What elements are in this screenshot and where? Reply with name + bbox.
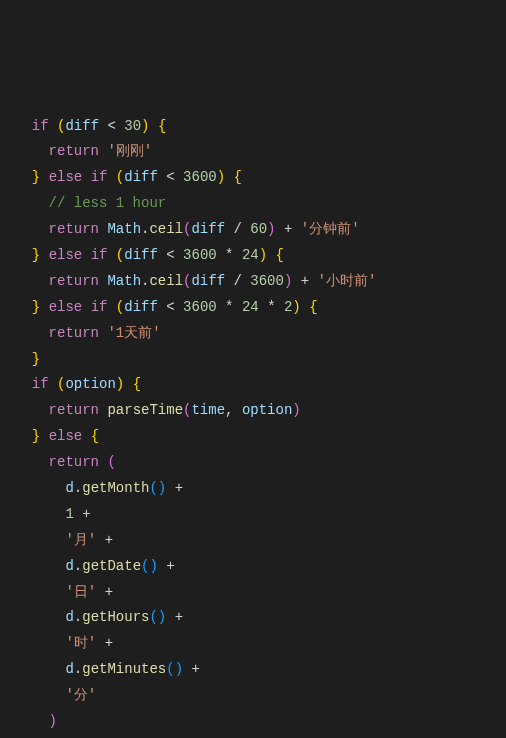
code-line: d.getMonth() + (15, 480, 183, 496)
code-line: '分' (15, 687, 96, 703)
code-line: '日' + (15, 584, 113, 600)
code-line: return '刚刚' (15, 143, 152, 159)
code-line: } (15, 351, 40, 367)
code-line: if (option) { (15, 376, 141, 392)
code-line: d.getHours() + (15, 609, 183, 625)
code-line: } else if (diff < 3600 * 24) { (15, 247, 284, 263)
code-line: } else { (15, 428, 99, 444)
code-line: '时' + (15, 635, 113, 651)
code-line: d.getMinutes() + (15, 661, 200, 677)
code-line: d.getDate() + (15, 558, 175, 574)
code-line: return Math.ceil(diff / 60) + '分钟前' (15, 221, 360, 237)
code-line: return Math.ceil(diff / 3600) + '小时前' (15, 273, 376, 289)
code-line: } else if (diff < 3600 * 24 * 2) { (15, 299, 318, 315)
code-line: // less 1 hour (15, 195, 166, 211)
code-block: if (diff < 30) { return '刚刚' } else if (… (15, 114, 491, 738)
code-line: return parseTime(time, option) (15, 402, 301, 418)
code-line: return '1天前' (15, 325, 161, 341)
code-line: if (diff < 30) { (15, 118, 166, 134)
code-line: return ( (15, 454, 116, 470)
code-line: ) (15, 713, 57, 729)
code-line: 1 + (15, 506, 91, 522)
code-line: '月' + (15, 532, 113, 548)
code-line: } else if (diff < 3600) { (15, 169, 242, 185)
